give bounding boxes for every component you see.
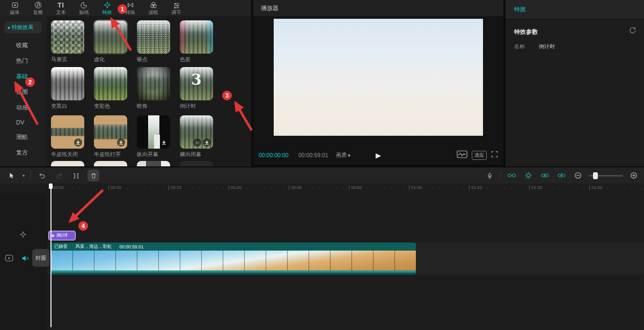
video-preview	[274, 19, 483, 136]
effect-thumbnail[interactable]	[51, 115, 84, 149]
effect-label: 马赛克	[51, 56, 85, 63]
inspector-tab-effects[interactable]: 特效	[514, 5, 526, 13]
download-icon[interactable]	[160, 138, 168, 146]
undo-button[interactable]	[36, 170, 48, 181]
video-clip-duration: 00:00:59:01	[120, 244, 144, 250]
effect-card-countdown[interactable]: 3 倒计时	[180, 67, 214, 110]
sidebar-item-basic[interactable]: 基础	[0, 69, 46, 84]
effect-card-to-color[interactable]: 变彩色	[94, 67, 128, 110]
mute-track-icon[interactable]	[21, 254, 30, 265]
sidebar-item-retro[interactable]: 复古	[0, 145, 46, 160]
effect-params-row: 特效参数	[514, 27, 636, 36]
effect-thumbnail[interactable]	[51, 67, 84, 100]
effect-thumbnail[interactable]	[137, 67, 170, 100]
effects-grid: 马赛克 虚化 噪点 色差 变黑白 变彩色	[46, 16, 251, 166]
sidebar-item-hot[interactable]: 热门	[0, 53, 46, 69]
video-clip[interactable]: 已静音 风景，海边，彩虹 00:00:59:01	[51, 243, 416, 275]
effect-thumbnail[interactable]	[94, 115, 127, 149]
effect-thumbnail-partial[interactable]	[94, 161, 127, 166]
effect-label: 牛皮纸关闭	[51, 151, 85, 158]
effect-card-horizontal-close[interactable]: ☆ 横向闭幕	[180, 115, 214, 158]
timeline-zoom-slider[interactable]	[589, 175, 623, 177]
player-controls: 00:00:00:00 00:00:59:01 画质▾ ▶ 适应	[253, 150, 503, 160]
muted-badge: 已静音	[54, 244, 68, 250]
effect-thumbnail[interactable]	[137, 115, 170, 149]
effect-thumbnail-partial[interactable]	[180, 161, 213, 166]
toolbar-tab-text[interactable]: TI 文本	[49, 1, 72, 15]
effect-name-value: 倒计时	[539, 43, 555, 50]
download-icon[interactable]	[74, 138, 82, 146]
timeline-ruler[interactable]: 00:00 00:10 00:20 00:30 00:40 00:50 01:0…	[47, 184, 644, 193]
toolbar-tab-effects[interactable]: 特效	[96, 1, 119, 15]
toolbar-tab-audio[interactable]: 音频	[26, 1, 49, 15]
effects-group-label: 特效效果	[12, 24, 33, 31]
effect-thumbnail[interactable]	[94, 67, 127, 100]
chevron-down-icon[interactable]: ▾	[23, 173, 25, 178]
video-clip-filmstrip	[51, 251, 416, 270]
chevron-down-icon: ▾	[348, 152, 350, 158]
effect-card-kraft-open[interactable]: 牛皮纸打开	[94, 115, 128, 158]
effect-thumbnail-partial[interactable]	[137, 161, 170, 166]
sidebar-item-dynamic[interactable]: 动感	[0, 100, 46, 115]
effect-card-kraft-close[interactable]: 牛皮纸关闭	[51, 115, 85, 158]
effect-card-to-bw[interactable]: 变黑白	[51, 67, 85, 110]
ruler-label: 01:30	[589, 185, 602, 190]
download-icon[interactable]	[117, 138, 125, 146]
zoom-out-icon[interactable]	[572, 170, 584, 181]
effect-thumbnail[interactable]: ☆	[180, 115, 213, 149]
effect-thumbnail[interactable]: 3	[180, 67, 213, 100]
split-tool-button[interactable]: ][	[70, 170, 82, 181]
effect-label: 变黑白	[51, 102, 85, 110]
cover-button[interactable]: 封面	[32, 249, 49, 267]
effect-card-noise[interactable]: 噪点	[137, 20, 171, 63]
effect-card-vertical-open[interactable]: 纵向开幕	[137, 115, 171, 158]
countdown-number: 3	[180, 71, 213, 88]
keyframe-curve-icon[interactable]	[457, 150, 467, 160]
quality-dropdown[interactable]: 画质▾	[336, 150, 350, 160]
download-icon[interactable]	[203, 138, 211, 146]
sidebar-item-trendy[interactable]: 潮酷	[0, 129, 46, 145]
player-panel: 播放器 00:00:00:00 00:00:59:01 画质▾ ▶ 适应	[253, 0, 503, 165]
fullscreen-icon[interactable]	[491, 150, 498, 160]
toolbar-tab-transition[interactable]: 转场	[119, 1, 142, 15]
effects-icon	[103, 1, 112, 9]
effect-thumbnail[interactable]	[180, 20, 213, 54]
effect-thumbnail[interactable]	[94, 20, 127, 54]
playhead-handle[interactable]	[49, 184, 53, 189]
select-tool-button[interactable]	[5, 170, 17, 181]
quality-label: 画质	[336, 151, 347, 159]
record-voiceover-button[interactable]	[484, 170, 495, 181]
playhead-line[interactable]	[50, 184, 52, 327]
effect-card-vignette[interactable]: 暗角	[137, 67, 171, 110]
effect-thumbnail[interactable]	[51, 20, 84, 54]
toolbar-tab-filter[interactable]: 滤镜	[142, 1, 165, 15]
effect-thumbnail-partial[interactable]	[51, 161, 84, 166]
linkage-toggle-button[interactable]	[522, 170, 534, 181]
toolbar-tab-sticker[interactable]: 贴纸	[72, 1, 96, 15]
effect-card-blur[interactable]: 虚化	[94, 20, 128, 63]
play-button[interactable]: ▶	[376, 150, 381, 160]
effects-library-panel: 媒体 音频 TI 文本 贴纸 特效 转场	[0, 0, 251, 166]
sidebar-item-atmosphere[interactable]: 氛围	[0, 84, 46, 100]
delete-button[interactable]	[87, 170, 99, 181]
effects-group-dropdown[interactable]: ▾ 特效效果	[4, 21, 42, 33]
effect-clip-label: 倒计时	[56, 232, 67, 239]
effect-card-mosaic[interactable]: 马赛克	[51, 20, 85, 63]
main-track-magnet-toggle-button[interactable]	[555, 170, 567, 181]
favorite-star-icon[interactable]: ☆	[193, 138, 201, 146]
toolbar-tab-media[interactable]: 媒体	[3, 1, 26, 15]
reset-icon[interactable]	[629, 27, 636, 36]
effect-clip-countdown[interactable]: 倒计时	[48, 231, 76, 240]
preview-axis-toggle-button[interactable]	[539, 170, 551, 181]
zoom-slider-handle[interactable]	[593, 172, 598, 179]
zoom-in-icon[interactable]	[628, 170, 640, 181]
effect-card-chromatic-aberration[interactable]: 色差	[180, 20, 214, 63]
fit-button[interactable]: 适应	[472, 151, 487, 160]
effect-thumbnail[interactable]	[137, 20, 170, 54]
redo-button[interactable]	[53, 170, 65, 181]
sidebar-item-favorites[interactable]: 收藏	[0, 38, 46, 53]
sidebar-item-dv[interactable]: DV	[0, 115, 46, 129]
toolbar-tab-adjust[interactable]: 调节	[165, 1, 188, 15]
auto-snap-toggle-button[interactable]	[506, 170, 517, 181]
inspector-panel: 特效 特效参数 名称 倒计时	[506, 0, 644, 166]
